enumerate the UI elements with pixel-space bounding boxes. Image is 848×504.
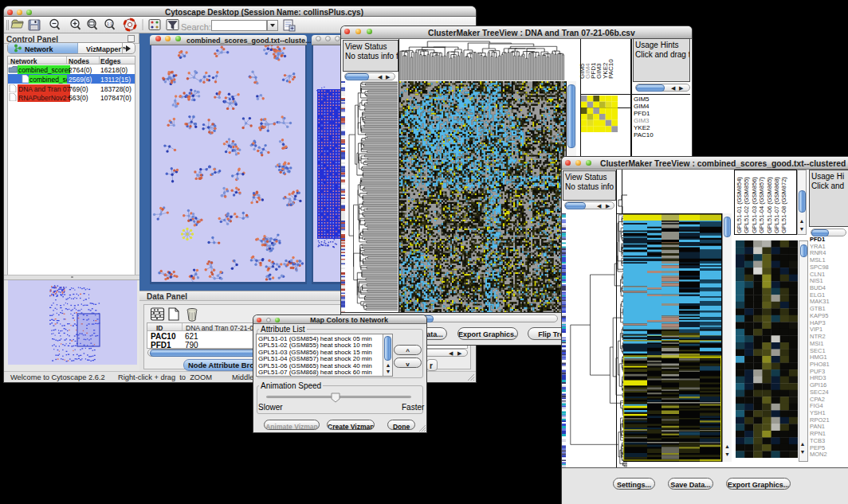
svg-text:GPL51-04 (GSM857): GPL51-04 (GSM857) bbox=[758, 177, 765, 233]
svg-text:1:1: 1:1 bbox=[107, 21, 112, 26]
svg-text:GPL51-07 (GSM868): GPL51-07 (GSM868) bbox=[773, 177, 780, 233]
svg-text:GPL51-06 (GSM865): GPL51-06 (GSM865) bbox=[766, 177, 773, 233]
svg-text:GPL51-02 (GSM855): GPL51-02 (GSM855) bbox=[743, 177, 750, 233]
svg-text:GPL51-03 (GSM856): GPL51-03 (GSM856) bbox=[751, 177, 758, 233]
svg-text:GPL51-08 (GSM872): GPL51-08 (GSM872) bbox=[780, 177, 787, 233]
svg-text:PAC10: PAC10 bbox=[607, 59, 614, 79]
svg-text:GPL51-01 (GSM854): GPL51-01 (GSM854) bbox=[736, 177, 743, 233]
